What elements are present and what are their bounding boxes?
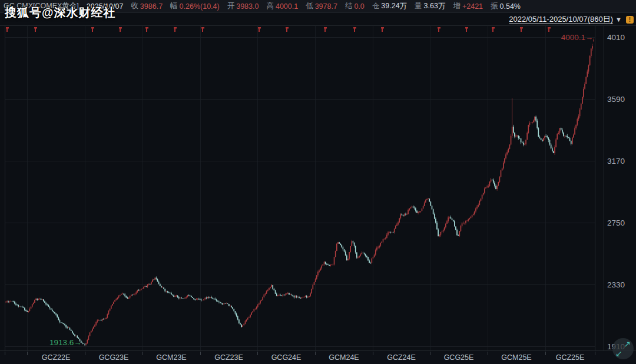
x-axis-label: GCZ24E <box>387 353 416 362</box>
event-flag-icon <box>119 27 122 32</box>
x-axis-tick <box>430 352 430 355</box>
up-candle-bodies <box>6 41 594 345</box>
y-axis-label: 3170 <box>607 157 625 166</box>
x-axis-tick <box>5 352 5 355</box>
y-axis-label: 4010 <box>607 33 625 42</box>
low-price-annotation: 1913.6→ <box>49 338 81 347</box>
x-axis-tick <box>595 352 595 355</box>
x-axis-label: GCZ22E <box>42 353 71 362</box>
x-axis-label: GCM24E <box>329 353 359 362</box>
event-flag-icon <box>201 27 204 32</box>
event-flag-icon <box>520 27 523 32</box>
x-axis-label: GCZ23E <box>214 353 243 362</box>
terminal-screen: GC.CMX[COMEX黄金] 2025/10/07 收3986.7幅0.26%… <box>0 0 636 364</box>
x-axis-tick <box>545 352 546 355</box>
event-flag-icon <box>258 27 261 32</box>
event-flag-icon <box>381 27 384 32</box>
y-axis-label: 3590 <box>607 95 625 104</box>
event-flag-icon <box>91 27 94 32</box>
x-axis-tick <box>200 352 201 355</box>
x-axis-label: GCG24E <box>271 353 302 362</box>
x-axis-tick <box>143 352 143 355</box>
event-flag-icon <box>6 27 9 32</box>
event-flag-icon <box>145 27 148 32</box>
right-arrow-icon: → <box>74 338 81 347</box>
down-candle-bodies <box>8 117 571 345</box>
event-flag-icon <box>548 27 551 32</box>
x-axis-tick <box>27 352 28 355</box>
x-axis-strip: GCZ22EGCG23EGCM23EGCZ23EGCG24EGCM24EGCZ2… <box>0 350 636 364</box>
event-flag-icon <box>492 27 495 32</box>
event-flag-icon <box>34 27 37 32</box>
candlestick-chart[interactable]: 401035903170275023301910 <box>0 0 636 364</box>
expand-icon: ↗ <box>624 339 631 349</box>
x-axis-tick <box>85 352 85 355</box>
event-flag-icon <box>286 27 289 32</box>
event-flag-icon <box>174 27 177 32</box>
event-flag-icon <box>438 27 440 32</box>
expand-button[interactable]: ↗ ↙ <box>612 338 634 359</box>
x-axis-tick <box>373 352 373 355</box>
x-axis-label: GCM23E <box>156 353 186 362</box>
expand-icon: ↙ <box>615 349 622 358</box>
x-axis-label: GCM25E <box>501 353 531 362</box>
up-candle-wicks <box>6 38 594 345</box>
y-axis-label: 2330 <box>607 280 625 289</box>
x-axis-label: GCG25E <box>444 353 474 362</box>
event-flag-icon <box>465 27 468 32</box>
down-candle-wicks <box>8 115 571 346</box>
right-arrow-icon: → <box>585 33 593 42</box>
x-axis-tick <box>315 352 316 355</box>
x-axis-label: GCZ25E <box>556 353 585 362</box>
high-price-annotation: 4000.1→ <box>561 33 593 42</box>
x-axis-tick <box>488 352 488 355</box>
y-axis-label: 2750 <box>607 219 625 227</box>
x-axis-label: GCG23E <box>99 353 129 362</box>
event-flag-icon <box>324 27 327 32</box>
x-axis-tick <box>257 352 258 355</box>
event-flag-icon <box>353 27 356 32</box>
